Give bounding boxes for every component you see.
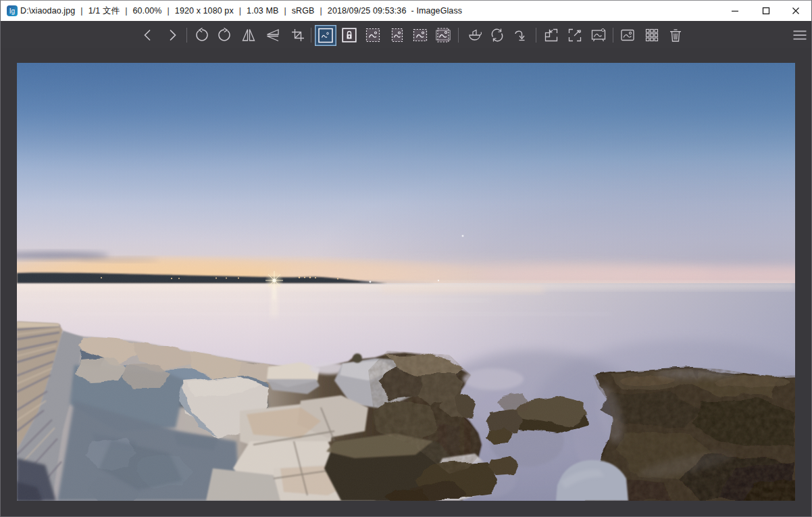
svg-text:Ig: Ig (9, 7, 15, 15)
